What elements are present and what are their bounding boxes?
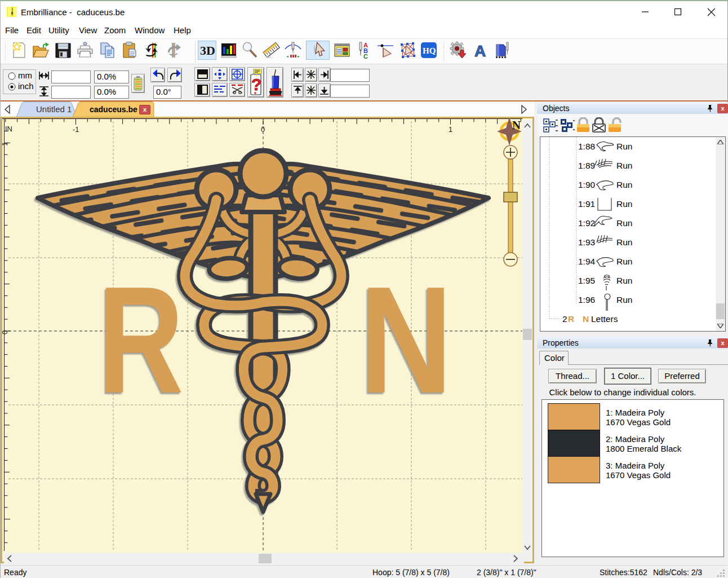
svg-text:C: C [363, 53, 368, 60]
svg-text:1: 1 [449, 125, 452, 134]
svg-text:N: N [359, 255, 452, 425]
svg-text:Run: Run [616, 161, 632, 170]
svg-text:2: 2 [562, 314, 567, 324]
svg-text:-1: -1 [73, 125, 79, 134]
svg-text:R: R [98, 255, 184, 425]
svg-text:Run: Run [616, 180, 632, 189]
svg-text:Run: Run [616, 199, 632, 209]
svg-text:1: 1 [2, 142, 9, 146]
svg-text:0: 0 [2, 330, 9, 334]
svg-text:3D: 3D [200, 43, 215, 58]
svg-text:Run: Run [616, 295, 632, 305]
svg-text:N: N [512, 118, 521, 132]
svg-text:A: A [474, 42, 486, 60]
svg-text:Run: Run [616, 218, 632, 228]
svg-text:R: R [568, 314, 574, 324]
svg-text:Run: Run [616, 142, 632, 151]
svg-text:Letters: Letters [591, 314, 618, 324]
svg-text:?: ? [251, 75, 261, 94]
svg-text:Run: Run [616, 237, 632, 247]
svg-text:Run: Run [616, 276, 632, 285]
svg-text:Run: Run [616, 257, 632, 266]
svg-text:0: 0 [261, 125, 265, 134]
svg-text:HQ: HQ [423, 46, 436, 55]
svg-text:IN: IN [5, 125, 12, 133]
svg-text:N: N [583, 314, 589, 324]
